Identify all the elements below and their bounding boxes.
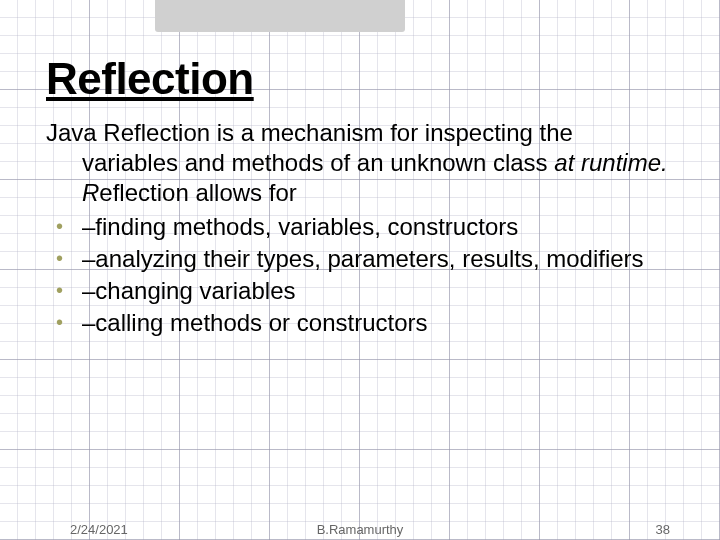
bullet-list: –finding methods, variables, constructor… <box>46 212 674 338</box>
intro-text-2: eflection allows for <box>99 179 296 206</box>
intro-text-1: Java Reflection is a mechanism for inspe… <box>46 119 573 176</box>
footer-date: 2/24/2021 <box>70 522 128 537</box>
list-item: –analyzing their types, parameters, resu… <box>46 244 674 274</box>
list-item: –finding methods, variables, constructor… <box>46 212 674 242</box>
list-item: –calling methods or constructors <box>46 308 674 338</box>
footer-author: B.Ramamurthy <box>317 522 404 537</box>
slide-body: Java Reflection is a mechanism for inspe… <box>46 118 674 338</box>
footer-page-number: 38 <box>656 522 670 537</box>
slide-content: Reflection Java Reflection is a mechanis… <box>0 0 720 540</box>
slide-title: Reflection <box>46 54 674 104</box>
intro-paragraph: Java Reflection is a mechanism for inspe… <box>46 118 674 208</box>
list-item: –changing variables <box>46 276 674 306</box>
